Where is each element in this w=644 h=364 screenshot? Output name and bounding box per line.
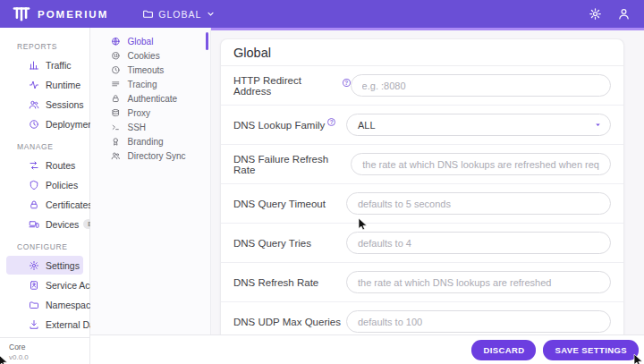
pomerium-logo-icon — [12, 6, 31, 21]
brand-name: POMERIUM — [38, 9, 108, 20]
subnav-item-label: Branding — [128, 137, 164, 147]
history-icon — [29, 119, 39, 130]
settings-gear-icon[interactable] — [589, 7, 602, 21]
sidebar-item-label: Sessions — [46, 99, 84, 110]
accent-strip — [211, 28, 644, 30]
page-title: Global — [221, 39, 623, 66]
sidebar-item-deployments[interactable]: Deployments — [6, 114, 83, 133]
dns-query-tries-input[interactable] — [346, 232, 611, 254]
settings-subnav: GlobalCookiesTimeoutsTracingAuthenticate… — [90, 28, 211, 334]
sidebar-item-policies[interactable]: Policies — [6, 175, 83, 194]
form-row-dns-lookup-family: DNS Lookup Family?ALL — [221, 106, 623, 145]
pomerium-logo: POMERIUM — [12, 6, 108, 21]
save-settings-button[interactable]: SAVE SETTINGS — [543, 340, 639, 360]
sidebar-item-sessions[interactable]: Sessions — [6, 95, 83, 114]
award-icon — [111, 137, 121, 147]
form-row-dns-query-timeout: DNS Query Timeout — [221, 184, 623, 224]
activity-icon — [29, 80, 39, 90]
sidebar-item-label: Traffic — [46, 60, 72, 71]
bar-chart-icon — [29, 60, 39, 71]
subnav-item-branding[interactable]: Branding — [90, 134, 210, 148]
sidebar-item-devices[interactable]: DevicesBETA — [6, 215, 83, 233]
sidebar-item-routes[interactable]: Routes — [6, 156, 83, 174]
chevron-down-icon — [206, 9, 216, 19]
context-selector[interactable]: GLOBAL — [142, 8, 216, 20]
field-label: DNS Refresh Rate — [233, 277, 318, 288]
dns-failure-refresh-rate-input[interactable] — [351, 153, 611, 175]
app-window: POMERIUM GLOBAL — [0, 0, 644, 364]
field-control: ALL — [346, 114, 611, 136]
discard-button[interactable]: DISCARD — [471, 340, 536, 360]
subnav-item-ssh[interactable]: SSH — [90, 120, 210, 134]
subnav-item-label: Proxy — [128, 108, 151, 118]
field-control — [351, 74, 611, 97]
http-redirect-address-input[interactable] — [351, 74, 611, 97]
sidebar-item-traffic[interactable]: Traffic — [6, 55, 83, 74]
sidebar-item-service-accounts[interactable]: Service Accounts — [6, 275, 83, 294]
subnav-item-directory-sync[interactable]: Directory Sync — [90, 148, 210, 163]
dns-udp-max-queries-input[interactable] — [346, 310, 611, 333]
sidebar-item-label: Runtime — [46, 80, 80, 90]
folder-icon — [142, 8, 154, 20]
main-content: Global HTTP Redirect Address?DNS Lookup … — [211, 28, 644, 334]
sidebar-item-label: Policies — [46, 180, 78, 190]
subnav-item-cookies[interactable]: Cookies — [90, 48, 210, 63]
sidebar-item-certificates[interactable]: Certificates — [6, 195, 83, 214]
sidebar-footer: Core v0.0.0 — [0, 337, 89, 364]
terminal-icon — [111, 123, 121, 132]
active-tab-indicator — [206, 32, 208, 50]
field-control — [346, 192, 611, 215]
dns-refresh-rate-input[interactable] — [346, 271, 611, 293]
certificate-icon — [29, 199, 39, 210]
subnav-item-authenticate[interactable]: Authenticate — [90, 91, 210, 106]
sidebar-item-runtime[interactable]: Runtime — [6, 75, 83, 94]
field-control — [351, 153, 611, 175]
subnav-item-label: Directory Sync — [128, 151, 186, 161]
field-label: DNS Query Tries — [233, 238, 311, 249]
primary-sidebar: REPORTSTrafficRuntimeSessionsDeployments… — [0, 28, 90, 364]
globe-icon — [111, 37, 121, 47]
section-header-configure: CONFIGURE — [17, 242, 89, 251]
form-row-dns-query-tries: DNS Query Tries — [221, 224, 623, 263]
context-label: GLOBAL — [158, 9, 201, 20]
devices-icon — [29, 219, 39, 230]
action-bar: DISCARD SAVE SETTINGS — [90, 334, 644, 364]
field-label: DNS Failure Refresh Rate — [233, 154, 351, 175]
top-app-bar: POMERIUM GLOBAL — [0, 0, 644, 28]
subnav-item-global[interactable]: Global — [90, 34, 210, 48]
folder-icon — [29, 300, 39, 310]
sidebar-item-label: Devices — [46, 219, 79, 230]
route-icon — [29, 160, 39, 171]
form-row-dns-failure-refresh-rate: DNS Failure Refresh Rate — [221, 145, 623, 184]
field-label: HTTP Redirect Address — [233, 75, 340, 97]
subnav-item-label: Authenticate — [128, 94, 178, 104]
subnav-item-label: Global — [128, 37, 154, 47]
policy-icon — [29, 180, 39, 190]
dns-query-timeout-input[interactable] — [346, 192, 611, 215]
settings-card: Global HTTP Redirect Address?DNS Lookup … — [220, 38, 624, 334]
topbar-actions — [589, 7, 632, 21]
product-version: v0.0.0 — [9, 353, 89, 361]
sidebar-item-label: Settings — [46, 260, 80, 271]
section-header-manage: MANAGE — [17, 142, 89, 151]
sidebar-item-namespaces[interactable]: Namespaces — [6, 295, 83, 314]
sidebar-item-external-data[interactable]: External Data — [6, 315, 83, 334]
section-header-reports: REPORTS — [17, 42, 89, 51]
subnav-item-timeouts[interactable]: Timeouts — [90, 63, 210, 77]
subnav-item-tracing[interactable]: Tracing — [90, 77, 210, 91]
dns-lookup-family-select[interactable]: ALL — [346, 114, 611, 136]
form-row-dns-refresh-rate: DNS Refresh Rate — [221, 263, 623, 302]
field-label: DNS Lookup Family — [233, 120, 325, 131]
sidebar-item-settings[interactable]: Settings — [6, 256, 83, 275]
download-icon — [29, 319, 39, 330]
field-label: DNS Query Timeout — [233, 199, 326, 209]
account-person-icon[interactable] — [617, 7, 631, 21]
field-label: DNS UDP Max Queries — [233, 317, 341, 327]
help-icon[interactable]: ? — [327, 118, 335, 126]
help-icon[interactable]: ? — [343, 79, 351, 87]
subnav-item-proxy[interactable]: Proxy — [90, 106, 210, 120]
list-icon — [111, 80, 121, 89]
field-control — [346, 232, 611, 254]
cookie-icon — [111, 51, 121, 61]
server-icon — [111, 108, 121, 118]
